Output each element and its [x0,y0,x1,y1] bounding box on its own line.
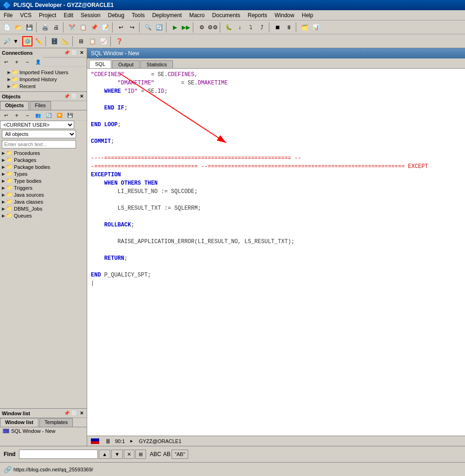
edit2-btn[interactable]: ✏️ [33,36,44,46]
menu-session[interactable]: Session [77,10,104,20]
menu-vcs[interactable]: VCS [16,10,35,20]
win-pin-icon[interactable]: 📌 [64,410,70,417]
obj-pin-icon[interactable]: 📌 [64,93,70,100]
pin-icon[interactable]: 📌 [64,50,70,56]
menu-debug[interactable]: Debug [104,10,128,20]
menu-project[interactable]: Project [35,10,60,20]
editor-tab-sql[interactable]: SQL [89,60,111,68]
obj-type-bodies[interactable]: ▶ 📁 Type bodies [0,177,87,184]
tree-recent[interactable]: ▶ 📁 Recent [0,83,87,90]
find-ab-btn[interactable]: "AB" [172,450,188,459]
object-search-input[interactable] [2,140,76,148]
float-icon[interactable]: ⬜ [71,50,77,56]
table-btn[interactable]: 📊 [311,22,321,32]
obj-browse-btn[interactable]: 🗂️ [299,22,310,32]
open-btn[interactable]: 📂 [13,22,23,32]
obj-queues[interactable]: ▶ 📁 Queues [0,212,87,219]
obj-types[interactable]: ▶ 📁 Types [0,170,87,177]
obj-java-classes[interactable]: ▶ 📁 Java classes [0,198,87,205]
redo-btn[interactable]: ↪ [127,22,137,32]
menu-documents[interactable]: Documents [209,10,244,20]
menu-file[interactable]: File [0,10,16,20]
tab-templates[interactable]: Templates [39,418,73,427]
obj-back-btn[interactable]: ↩ [1,110,11,121]
step-over-btn[interactable]: ⤵ [246,22,256,32]
break-btn[interactable]: ⏹ [273,22,283,32]
obj-float-icon[interactable]: ⬜ [71,93,77,100]
obj-users-btn[interactable]: 👥 [33,110,43,121]
search2-btn[interactable]: 🔎 [2,36,12,46]
obj-remove-btn[interactable]: − [22,110,32,121]
window-list-item[interactable]: SQL Window - New [0,427,87,435]
sep10 [45,36,47,46]
obj-triggers[interactable]: ▶ 📁 Triggers [0,184,87,191]
print-btn[interactable]: 🖨️ [40,22,50,32]
grid-btn[interactable]: ⊞ [76,36,86,46]
print-prev-btn[interactable]: 🖨 [51,22,61,32]
debug-btn[interactable]: 🐛 [223,22,234,32]
run-btn[interactable]: ▶ [170,22,180,32]
menu-help[interactable]: Help [298,10,317,20]
step-btn[interactable]: ↓ [235,22,245,32]
conn-back-btn[interactable]: ↩ [1,57,11,67]
editor-tab-statistics[interactable]: Statistics [140,60,173,68]
new-btn[interactable]: 📄 [2,22,12,32]
obj-package-bodies[interactable]: ▶ 📁 Package bodies [0,163,87,170]
menu-reports[interactable]: Reports [244,10,271,20]
tab-objects[interactable]: Objects [0,101,29,110]
menu-edit[interactable]: Edit [60,10,77,20]
win-close-icon[interactable]: ✕ [78,410,85,417]
obj-dbms-jobs[interactable]: ▶ 📁 DBMS_Jobs [0,205,87,212]
find-input[interactable] [19,450,98,459]
close-icon[interactable]: ✕ [78,50,85,56]
run2-btn[interactable]: ▶▶ [181,22,191,32]
step-out-btn[interactable]: ⤴ [257,22,267,32]
win-float-icon[interactable]: ⬜ [71,410,77,417]
save-btn[interactable]: 💾 [24,22,34,32]
editor-tab-output[interactable]: Output [112,60,140,68]
obj-java-sources[interactable]: ▶ 📁 Java sources [0,191,87,198]
menu-macro[interactable]: Macro [185,10,208,20]
db-btn[interactable]: 🗄️ [49,36,59,46]
tree-imported-fixed[interactable]: ▶ 📁 Imported Fixed Users [0,69,87,76]
current-user-dropdown[interactable]: <CURRENT USER> [0,121,74,129]
cut-btn[interactable]: ✂️ [67,22,77,32]
find-btn[interactable]: 🔍 [143,22,153,32]
undo-btn[interactable]: ↩ [116,22,126,32]
find-options-btn[interactable]: ⊞ [135,450,146,459]
find-close-btn[interactable]: ✕ [124,450,134,459]
schema-btn[interactable]: 📐 [60,36,70,46]
obj-reload-btn[interactable]: 🔄 [44,110,54,121]
obj-add-btn[interactable]: + [12,110,22,121]
search-dropdown[interactable]: ▼ [13,37,21,45]
conn-user-btn[interactable]: 👤 [33,57,43,67]
obj-close-icon[interactable]: ✕ [78,93,85,100]
tree-imported-history[interactable]: ▶ 📁 Imported History [0,76,87,83]
tab-window-list[interactable]: Window list [0,418,38,427]
obj-procedures[interactable]: ▶ 📁 Procedures [0,149,87,156]
obj-packages[interactable]: ▶ 📁 Packages [0,156,87,163]
menu-deployment[interactable]: Deployment [148,10,185,20]
menu-tools[interactable]: Tools [128,10,148,20]
menu-window[interactable]: Window [271,10,298,20]
help2-btn[interactable]: ❓ [114,36,124,46]
format-btn[interactable]: 📝 [100,22,110,32]
paste-btn[interactable]: 📌 [89,22,99,32]
find-prev-btn[interactable]: ▲ [99,450,110,459]
find-next-btn[interactable]: ▼ [111,450,123,459]
report-btn[interactable]: 📋 [87,36,97,46]
compile2-btn[interactable]: ⚙⚙ [208,22,218,32]
code-area[interactable]: "CDEFINES" = SE.CDEFINES, "DMAKETIME" = … [87,69,465,436]
config-btn[interactable]: ⚙️ [22,36,32,46]
compile-btn[interactable]: ⚙ [197,22,207,32]
chart-btn[interactable]: 📈 [98,36,108,46]
replace-btn[interactable]: 🔄 [154,22,164,32]
conn-add-btn[interactable]: + [12,57,22,67]
tab-files[interactable]: Files [30,101,51,110]
copy-btn[interactable]: 📋 [78,22,88,32]
obj-save2-btn[interactable]: 💾 [65,110,75,121]
pause-btn[interactable]: ⏸ [284,22,294,32]
all-objects-dropdown[interactable]: All objects [2,130,76,138]
conn-remove-btn[interactable]: − [22,57,32,67]
obj-filter-btn[interactable]: 🔽 [54,110,64,121]
